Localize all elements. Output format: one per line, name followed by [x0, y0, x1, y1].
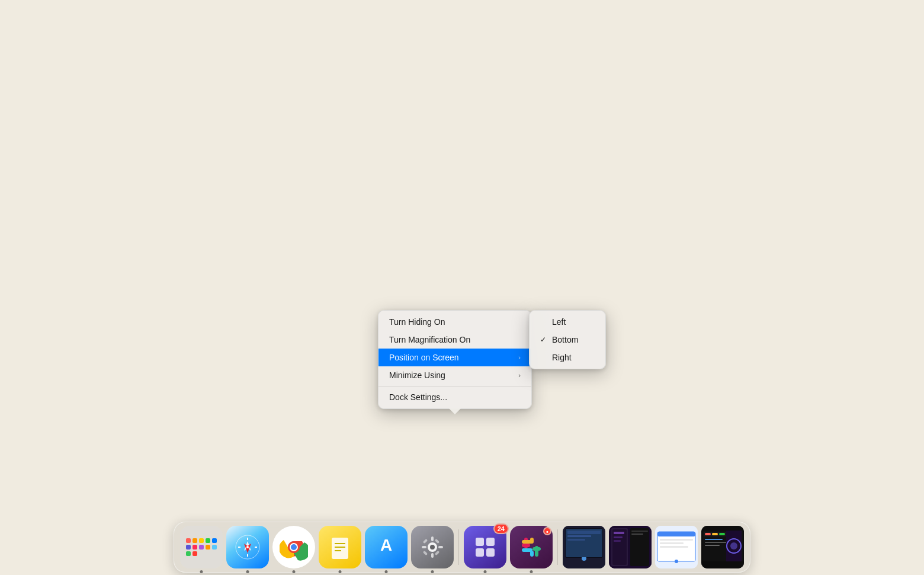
- safari-icon: [233, 533, 262, 561]
- svg-rect-53: [631, 534, 643, 535]
- checkmark-right: [540, 353, 548, 362]
- desktop: Turn Hiding On Turn Magnification On Pos…: [0, 0, 924, 575]
- svg-point-7: [246, 546, 249, 548]
- slack-badge: •: [543, 527, 551, 535]
- svg-rect-22: [423, 539, 428, 544]
- menu-separator: [378, 386, 531, 386]
- svg-rect-67: [705, 539, 723, 540]
- menu-item-position-on-screen[interactable]: Position on Screen ›: [378, 349, 531, 366]
- svg-rect-20: [422, 546, 426, 548]
- svg-rect-68: [705, 542, 729, 543]
- svg-rect-37: [530, 538, 534, 544]
- dock-icon-dock-app[interactable]: 24: [464, 526, 506, 568]
- svg-point-17: [430, 545, 435, 550]
- dock-icon-slack[interactable]: •: [510, 526, 553, 568]
- svg-rect-56: [657, 532, 695, 536]
- svg-rect-44: [567, 539, 585, 541]
- submenu-chevron-icon-2: ›: [518, 372, 521, 379]
- dock-container: A: [0, 522, 924, 575]
- dock-icon-launchpad[interactable]: [180, 526, 223, 568]
- svg-rect-42: [567, 531, 601, 534]
- submenu-chevron-icon: ›: [518, 354, 521, 361]
- svg-rect-49: [614, 536, 623, 538]
- notes-icon: [326, 533, 354, 561]
- dock-app-badge: 24: [493, 523, 509, 534]
- svg-rect-66: [719, 533, 725, 535]
- svg-rect-29: [486, 548, 495, 557]
- svg-point-10: [291, 544, 297, 550]
- svg-rect-26: [476, 538, 484, 546]
- system-prefs-icon: [418, 533, 447, 561]
- submenu-item-left[interactable]: Left: [530, 313, 605, 331]
- slack-icon: [517, 533, 546, 561]
- svg-rect-19: [431, 553, 434, 558]
- position-submenu: Left ✓ Bottom Right: [529, 310, 606, 369]
- svg-rect-64: [705, 533, 711, 535]
- dock-recent-2[interactable]: [609, 526, 652, 568]
- menu-item-turn-magnification-on[interactable]: Turn Magnification On: [378, 331, 531, 349]
- svg-rect-59: [660, 542, 684, 544]
- svg-rect-18: [431, 536, 434, 541]
- svg-rect-69: [705, 545, 720, 546]
- svg-rect-11: [332, 538, 348, 559]
- dock-icon-notes[interactable]: [319, 526, 361, 568]
- svg-rect-43: [567, 535, 591, 537]
- menu-item-minimize-using[interactable]: Minimize Using ›: [378, 366, 531, 384]
- launchpad-grid: [178, 530, 225, 564]
- svg-rect-48: [614, 532, 624, 534]
- dock-recent-3[interactable]: [655, 526, 698, 568]
- checkmark-bottom: ✓: [540, 336, 548, 344]
- svg-point-72: [730, 542, 737, 550]
- svg-point-57: [675, 560, 678, 563]
- appstore-icon: A: [372, 533, 400, 561]
- dock-recent-1[interactable]: [563, 526, 605, 568]
- chrome-icon: [280, 533, 308, 561]
- svg-rect-47: [612, 529, 627, 565]
- svg-rect-23: [423, 551, 428, 555]
- dock-divider: [458, 529, 459, 565]
- svg-text:A: A: [380, 536, 392, 554]
- menu-item-dock-settings[interactable]: Dock Settings...: [378, 388, 531, 406]
- dock-icon-system-prefs[interactable]: [411, 526, 454, 568]
- dock-icon-appstore[interactable]: A: [365, 526, 408, 568]
- svg-rect-21: [438, 546, 443, 548]
- svg-rect-24: [435, 539, 439, 544]
- submenu-item-right[interactable]: Right: [530, 349, 605, 366]
- svg-rect-27: [486, 538, 495, 546]
- svg-rect-60: [660, 546, 688, 548]
- svg-rect-28: [476, 548, 484, 557]
- context-menu: Turn Hiding On Turn Magnification On Pos…: [378, 310, 532, 409]
- dock-icon-chrome[interactable]: [272, 526, 315, 568]
- svg-rect-33: [532, 547, 541, 551]
- svg-rect-25: [435, 551, 439, 555]
- dock-divider-2: [557, 529, 558, 565]
- svg-rect-50: [614, 540, 621, 542]
- dock: A: [174, 522, 750, 573]
- dock-icon-safari[interactable]: [226, 526, 269, 568]
- submenu-item-bottom[interactable]: ✓ Bottom: [530, 331, 605, 349]
- svg-rect-31: [522, 544, 530, 547]
- dock-app-icon: [471, 533, 499, 561]
- dock-recent-4[interactable]: [701, 526, 744, 568]
- svg-rect-58: [660, 539, 693, 541]
- menu-item-turn-hiding-on[interactable]: Turn Hiding On: [378, 313, 531, 331]
- svg-rect-35: [522, 548, 532, 552]
- svg-rect-52: [631, 531, 648, 532]
- checkmark-left: [540, 318, 548, 326]
- svg-rect-65: [712, 533, 718, 535]
